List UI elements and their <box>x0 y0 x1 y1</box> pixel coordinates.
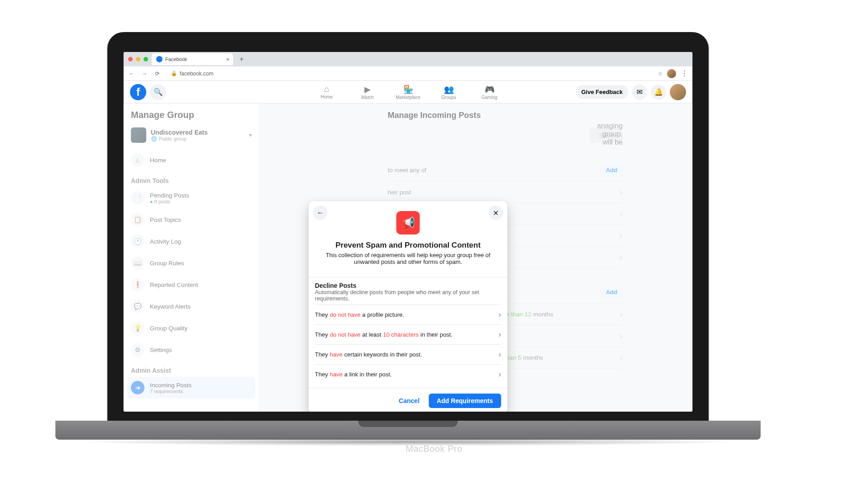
chevron-right-icon: › <box>499 350 501 359</box>
chrome-profile-button[interactable] <box>667 69 676 78</box>
reload-button[interactable]: ⟳ <box>154 70 161 76</box>
maximize-window-button[interactable] <box>144 57 148 61</box>
favicon-icon <box>156 56 163 62</box>
gaming-icon: 🎮 <box>485 84 495 94</box>
modal-title: Prevent Spam and Promotional Content <box>314 241 502 250</box>
modal-back-button[interactable]: ← <box>313 206 328 220</box>
search-button[interactable]: 🔍 <box>150 84 166 100</box>
minimize-window-button[interactable] <box>136 57 141 61</box>
close-window-button[interactable] <box>128 57 133 61</box>
profile-button[interactable] <box>670 84 686 100</box>
close-tab-button[interactable]: × <box>226 56 230 62</box>
watch-icon: ▶ <box>364 84 371 94</box>
window-controls <box>128 57 148 61</box>
arrow-left-icon: ← <box>317 209 324 217</box>
megaphone-icon: 📢 <box>396 211 420 235</box>
messenger-icon: ✉ <box>637 88 642 96</box>
screen: Facebook × + ← → ⟳ 🔒 facebook.com ☆ ⋮ <box>124 52 693 412</box>
notifications-button[interactable]: 🔔 <box>651 84 666 99</box>
new-tab-button[interactable]: + <box>237 54 247 64</box>
nav-groups[interactable]: 👥Groups <box>430 82 468 101</box>
chevron-right-icon: › <box>499 330 501 339</box>
rule-item[interactable]: They do not have at least 10 characters … <box>315 324 501 344</box>
nav-watch[interactable]: ▶Watch <box>349 82 387 101</box>
facebook-logo[interactable]: f <box>130 84 146 100</box>
chrome-menu-button[interactable]: ⋮ <box>681 69 688 78</box>
lock-icon: 🔒 <box>171 70 177 76</box>
center-nav: ⌂Home ▶Watch 🏪Marketplace 👥Groups 🎮Gamin… <box>308 82 509 101</box>
modal-section-subtitle: Automatically decline posts from people … <box>315 289 501 305</box>
nav-home[interactable]: ⌂Home <box>308 82 346 101</box>
tab-title: Facebook <box>165 56 187 62</box>
forward-button[interactable]: → <box>141 70 148 76</box>
modal-section-header: Decline Posts <box>315 282 501 289</box>
laptop-base <box>56 421 761 440</box>
laptop-notch <box>359 421 458 427</box>
marketplace-icon: 🏪 <box>403 84 413 94</box>
address-bar: ← → ⟳ 🔒 facebook.com ☆ ⋮ <box>124 66 693 81</box>
app-header: f 🔍 ⌂Home ▶Watch 🏪Marketplace 👥Groups 🎮G… <box>124 81 693 103</box>
chevron-right-icon: › <box>499 310 501 319</box>
cancel-button[interactable]: Cancel <box>393 394 425 408</box>
modal-dialog: ← ✕ 📢 Prevent Spam and Promotional Conte… <box>309 201 508 412</box>
url-field[interactable]: 🔒 facebook.com <box>166 68 652 78</box>
home-icon: ⌂ <box>324 84 329 94</box>
modal-description: This collection of requirements will hel… <box>314 250 502 272</box>
search-icon: 🔍 <box>154 88 163 96</box>
laptop-brand: MacBook Pro <box>406 444 462 454</box>
bookmark-button[interactable]: ☆ <box>658 70 663 76</box>
rule-item[interactable]: They do not have a profile picture.› <box>315 305 501 324</box>
add-requirements-button[interactable]: Add Requirements <box>429 394 501 408</box>
rule-item[interactable]: They have certain keywords in their post… <box>315 344 501 364</box>
browser-tab[interactable]: Facebook × <box>152 53 233 65</box>
url-text: facebook.com <box>180 70 214 76</box>
browser-tab-strip: Facebook × + <box>124 52 693 66</box>
modal-close-button[interactable]: ✕ <box>489 206 503 220</box>
nav-gaming[interactable]: 🎮Gaming <box>471 82 509 101</box>
chevron-right-icon: › <box>499 370 501 379</box>
groups-icon: 👥 <box>444 84 454 94</box>
nav-marketplace[interactable]: 🏪Marketplace <box>389 82 427 101</box>
back-button[interactable]: ← <box>128 70 136 76</box>
give-feedback-button[interactable]: Give Feedback <box>576 85 628 99</box>
rule-item[interactable]: They have a link in their post.› <box>315 364 501 384</box>
bell-icon: 🔔 <box>654 88 663 96</box>
messenger-button[interactable]: ✉ <box>632 84 647 99</box>
close-icon: ✕ <box>493 208 499 217</box>
